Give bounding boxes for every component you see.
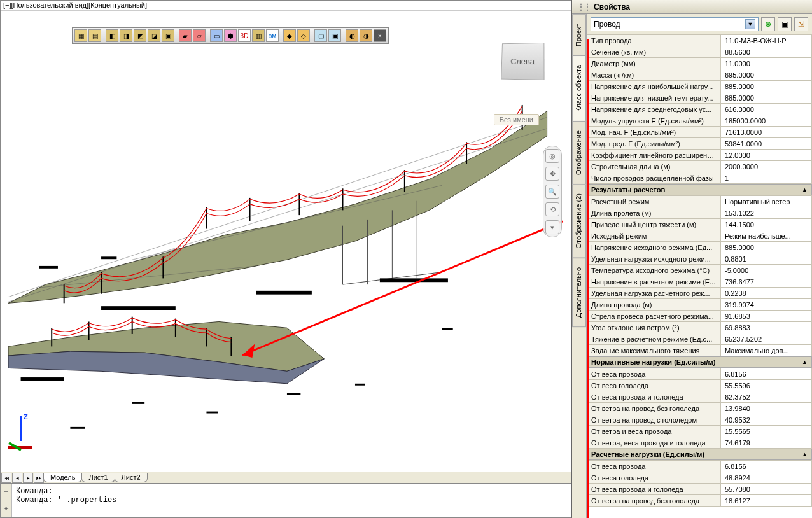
property-value[interactable]: Максимально доп... [721, 345, 812, 356]
property-value[interactable]: 12.0000 [721, 150, 812, 161]
tab-nav-last-icon[interactable]: ⏭ [34, 473, 44, 483]
side-tab-display2[interactable]: Отображение (2) [572, 184, 586, 258]
property-value[interactable]: 55.5596 [721, 380, 812, 391]
property-value[interactable]: Нормативный ветер [721, 196, 812, 207]
property-key: Напряжение исходного режима (Ед... [587, 242, 721, 253]
viewport-3d[interactable]: Слева Без имени ◎ ✥ 🔍 ⟲ ▾ Z [2, 12, 570, 470]
tab-nav-next-icon[interactable]: ▸ [23, 473, 33, 483]
tool-btn-16[interactable]: ◇ [297, 29, 310, 42]
property-value[interactable]: 40.9532 [721, 414, 812, 426]
orbit-tool-icon[interactable]: ⟲ [545, 202, 559, 216]
tool-btn-5[interactable]: ◩ [134, 29, 146, 42]
property-value[interactable]: 695.0000 [721, 69, 812, 81]
more-tool-icon[interactable]: ▾ [545, 220, 559, 234]
tab-model[interactable]: Модель [43, 473, 82, 482]
cmd-history-icon[interactable]: ≡ [4, 489, 8, 496]
property-key: Число проводов расщепленной фазы [587, 172, 721, 184]
property-value[interactable]: 153.1022 [721, 207, 812, 219]
tab-sheet1[interactable]: Лист1 [81, 473, 115, 482]
property-value[interactable]: 48.8924 [721, 472, 812, 484]
property-value[interactable]: 885.0000 [721, 92, 812, 104]
axes-gizmo[interactable]: Z [8, 414, 40, 452]
property-key: От ветра, веса провода и гололеда [587, 437, 721, 449]
select-filter-button[interactable]: ⇲ [794, 17, 808, 31]
tool-btn-6[interactable]: ◪ [148, 29, 160, 42]
property-value[interactable]: Режим наибольше... [721, 230, 812, 242]
nav-cube[interactable]: Слева [501, 43, 544, 80]
tool-btn-1[interactable]: ▦ [74, 29, 87, 42]
tab-sheet2[interactable]: Лист2 [115, 473, 148, 482]
property-value[interactable]: 15.5565 [721, 426, 812, 437]
tool-btn-12[interactable]: 3D [238, 29, 251, 42]
property-value[interactable]: 65237.5202 [721, 333, 812, 345]
select-add-button[interactable]: ⊕ [761, 17, 775, 31]
tool-btn-2[interactable]: ▤ [88, 29, 101, 42]
object-type-selector[interactable]: Провод ▼ [591, 17, 759, 31]
property-value[interactable]: 616.0000 [721, 104, 812, 115]
property-value[interactable]: -5.0000 [721, 265, 812, 276]
tab-nav-first-icon[interactable]: ⏮ [1, 473, 11, 483]
property-value[interactable]: 55.7080 [721, 484, 812, 495]
property-row: От ветра и веса провода15.5565 [587, 426, 812, 437]
property-value[interactable]: 2000.0000 [721, 161, 812, 172]
property-value[interactable]: 11.0000 [721, 58, 812, 69]
property-value[interactable]: 13.9840 [721, 403, 812, 414]
tool-btn-7[interactable]: ▣ [162, 29, 174, 42]
tool-btn-4[interactable]: ◨ [120, 29, 132, 42]
side-tab-project[interactable]: Проект [572, 14, 586, 56]
property-value[interactable]: 885.0000 [721, 81, 812, 92]
property-value[interactable]: 0.8801 [721, 253, 812, 265]
collapse-icon: ▲ [802, 359, 808, 365]
header-norm[interactable]: Нормативные нагрузки (Ед.силы/м) ▲ [587, 356, 812, 368]
cmd-settings-icon[interactable]: ✦ [3, 505, 9, 513]
property-value[interactable]: 185000.0000 [721, 115, 812, 127]
svg-rect-26 [442, 328, 453, 330]
side-tab-class[interactable]: Класс объекта [572, 55, 586, 122]
header-results[interactable]: Результаты расчетов ▲ [587, 184, 812, 195]
side-tab-additional[interactable]: Дополнительно [572, 258, 586, 327]
zoom-tool-icon[interactable]: 🔍 [545, 185, 559, 199]
property-value[interactable]: 74.6179 [721, 437, 812, 449]
property-value[interactable]: 736.6477 [721, 276, 812, 288]
wheel-tool-icon[interactable]: ◎ [545, 149, 559, 163]
tool-btn-9[interactable]: ▱ [193, 29, 206, 42]
tab-nav-prev-icon[interactable]: ◂ [12, 473, 22, 483]
property-key: От веса провода и гололеда [587, 484, 721, 495]
property-value[interactable]: 88.5600 [721, 46, 812, 58]
tool-btn-14[interactable]: ом [266, 29, 279, 42]
tool-btn-17[interactable]: ▢ [314, 29, 327, 42]
tool-btn-15[interactable]: ◆ [283, 29, 296, 42]
tool-btn-10[interactable]: ▭ [210, 29, 223, 42]
tool-btn-13[interactable]: ▥ [252, 29, 265, 42]
pan-tool-icon[interactable]: ✥ [545, 167, 559, 181]
property-value[interactable]: 59841.0000 [721, 138, 812, 150]
tool-btn-8[interactable]: ▰ [179, 29, 192, 42]
tool-btn-19[interactable]: ◐ [346, 29, 358, 42]
tool-btn-3[interactable]: ◧ [106, 29, 118, 42]
property-value[interactable]: 0.2238 [721, 288, 812, 299]
property-value[interactable]: 91.6853 [721, 311, 812, 322]
property-value[interactable]: 69.8883 [721, 322, 812, 333]
property-value[interactable]: 18.6127 [721, 495, 812, 507]
toolbar-close-icon[interactable]: × [374, 29, 386, 42]
property-row: Угол отклонения ветром (°)69.8883 [587, 322, 812, 333]
property-value[interactable]: 62.3752 [721, 391, 812, 403]
tool-btn-20[interactable]: ◑ [360, 29, 372, 42]
property-value[interactable]: 6.8156 [721, 461, 812, 472]
property-value[interactable]: 71613.0000 [721, 127, 812, 138]
tool-btn-18[interactable]: ▣ [328, 29, 341, 42]
tool-btn-11[interactable]: ⬢ [224, 29, 237, 42]
property-value[interactable]: 6.8156 [721, 368, 812, 380]
property-value[interactable]: 11.0-МЗ-В-ОЖ-Н-Р [721, 35, 812, 46]
command-line[interactable]: Команда: Команда: '_.properties [12, 484, 571, 517]
select-pick-button[interactable]: ▣ [778, 17, 792, 31]
property-value[interactable]: 144.1500 [721, 219, 812, 230]
properties-title-bar[interactable]: ⋮⋮ Свойства [572, 0, 812, 14]
property-value[interactable]: 319.9074 [721, 299, 812, 311]
property-value[interactable]: 885.0000 [721, 242, 812, 253]
side-tab-display[interactable]: Отображение [572, 121, 586, 185]
property-key: Длина провода (м) [587, 299, 721, 311]
property-key: Напряжение для наибольшей нагру... [587, 81, 721, 92]
header-calc[interactable]: Расчетные нагрузки (Ед.силы/м) ▲ [587, 449, 812, 460]
property-value[interactable]: 1 [721, 172, 812, 184]
